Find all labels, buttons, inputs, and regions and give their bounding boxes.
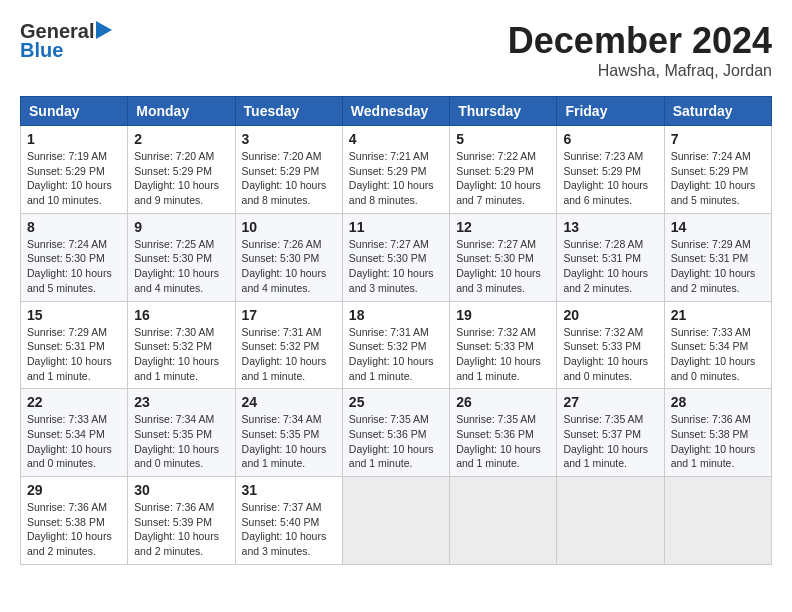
- calendar-week-3: 15Sunrise: 7:29 AM Sunset: 5:31 PM Dayli…: [21, 301, 772, 389]
- day-info: Sunrise: 7:32 AM Sunset: 5:33 PM Dayligh…: [456, 325, 550, 384]
- day-number: 24: [242, 394, 336, 410]
- day-info: Sunrise: 7:19 AM Sunset: 5:29 PM Dayligh…: [27, 149, 121, 208]
- day-number: 25: [349, 394, 443, 410]
- calendar-cell: 8Sunrise: 7:24 AM Sunset: 5:30 PM Daylig…: [21, 213, 128, 301]
- calendar-header-monday: Monday: [128, 97, 235, 126]
- day-number: 14: [671, 219, 765, 235]
- calendar-cell: 7Sunrise: 7:24 AM Sunset: 5:29 PM Daylig…: [664, 126, 771, 214]
- logo: General Blue: [20, 20, 112, 62]
- calendar-week-5: 29Sunrise: 7:36 AM Sunset: 5:38 PM Dayli…: [21, 477, 772, 565]
- calendar-cell: 2Sunrise: 7:20 AM Sunset: 5:29 PM Daylig…: [128, 126, 235, 214]
- calendar-cell: 28Sunrise: 7:36 AM Sunset: 5:38 PM Dayli…: [664, 389, 771, 477]
- calendar-cell: [342, 477, 449, 565]
- day-info: Sunrise: 7:27 AM Sunset: 5:30 PM Dayligh…: [456, 237, 550, 296]
- day-info: Sunrise: 7:35 AM Sunset: 5:36 PM Dayligh…: [456, 412, 550, 471]
- day-number: 1: [27, 131, 121, 147]
- day-number: 27: [563, 394, 657, 410]
- day-number: 7: [671, 131, 765, 147]
- day-number: 6: [563, 131, 657, 147]
- day-info: Sunrise: 7:34 AM Sunset: 5:35 PM Dayligh…: [242, 412, 336, 471]
- title-block: December 2024 Hawsha, Mafraq, Jordan: [508, 20, 772, 80]
- day-info: Sunrise: 7:24 AM Sunset: 5:29 PM Dayligh…: [671, 149, 765, 208]
- calendar-cell: 26Sunrise: 7:35 AM Sunset: 5:36 PM Dayli…: [450, 389, 557, 477]
- day-number: 30: [134, 482, 228, 498]
- page-header: General Blue December 2024 Hawsha, Mafra…: [20, 20, 772, 80]
- day-info: Sunrise: 7:24 AM Sunset: 5:30 PM Dayligh…: [27, 237, 121, 296]
- day-info: Sunrise: 7:36 AM Sunset: 5:39 PM Dayligh…: [134, 500, 228, 559]
- calendar-cell: 4Sunrise: 7:21 AM Sunset: 5:29 PM Daylig…: [342, 126, 449, 214]
- calendar-cell: 30Sunrise: 7:36 AM Sunset: 5:39 PM Dayli…: [128, 477, 235, 565]
- calendar-cell: 16Sunrise: 7:30 AM Sunset: 5:32 PM Dayli…: [128, 301, 235, 389]
- day-number: 28: [671, 394, 765, 410]
- day-info: Sunrise: 7:25 AM Sunset: 5:30 PM Dayligh…: [134, 237, 228, 296]
- day-number: 29: [27, 482, 121, 498]
- calendar-week-1: 1Sunrise: 7:19 AM Sunset: 5:29 PM Daylig…: [21, 126, 772, 214]
- calendar-cell: 18Sunrise: 7:31 AM Sunset: 5:32 PM Dayli…: [342, 301, 449, 389]
- day-info: Sunrise: 7:37 AM Sunset: 5:40 PM Dayligh…: [242, 500, 336, 559]
- day-info: Sunrise: 7:35 AM Sunset: 5:36 PM Dayligh…: [349, 412, 443, 471]
- calendar-cell: 22Sunrise: 7:33 AM Sunset: 5:34 PM Dayli…: [21, 389, 128, 477]
- day-number: 8: [27, 219, 121, 235]
- day-number: 31: [242, 482, 336, 498]
- day-info: Sunrise: 7:29 AM Sunset: 5:31 PM Dayligh…: [27, 325, 121, 384]
- day-number: 12: [456, 219, 550, 235]
- day-info: Sunrise: 7:34 AM Sunset: 5:35 PM Dayligh…: [134, 412, 228, 471]
- day-number: 5: [456, 131, 550, 147]
- day-info: Sunrise: 7:31 AM Sunset: 5:32 PM Dayligh…: [349, 325, 443, 384]
- day-info: Sunrise: 7:22 AM Sunset: 5:29 PM Dayligh…: [456, 149, 550, 208]
- day-info: Sunrise: 7:32 AM Sunset: 5:33 PM Dayligh…: [563, 325, 657, 384]
- day-number: 3: [242, 131, 336, 147]
- calendar-cell: 21Sunrise: 7:33 AM Sunset: 5:34 PM Dayli…: [664, 301, 771, 389]
- calendar-header-friday: Friday: [557, 97, 664, 126]
- day-number: 4: [349, 131, 443, 147]
- calendar-cell: 17Sunrise: 7:31 AM Sunset: 5:32 PM Dayli…: [235, 301, 342, 389]
- calendar-week-2: 8Sunrise: 7:24 AM Sunset: 5:30 PM Daylig…: [21, 213, 772, 301]
- calendar-cell: 1Sunrise: 7:19 AM Sunset: 5:29 PM Daylig…: [21, 126, 128, 214]
- calendar-cell: 25Sunrise: 7:35 AM Sunset: 5:36 PM Dayli…: [342, 389, 449, 477]
- day-info: Sunrise: 7:26 AM Sunset: 5:30 PM Dayligh…: [242, 237, 336, 296]
- day-info: Sunrise: 7:33 AM Sunset: 5:34 PM Dayligh…: [671, 325, 765, 384]
- calendar-cell: 14Sunrise: 7:29 AM Sunset: 5:31 PM Dayli…: [664, 213, 771, 301]
- day-info: Sunrise: 7:28 AM Sunset: 5:31 PM Dayligh…: [563, 237, 657, 296]
- calendar-cell: 12Sunrise: 7:27 AM Sunset: 5:30 PM Dayli…: [450, 213, 557, 301]
- logo-blue-text: Blue: [20, 39, 63, 62]
- day-info: Sunrise: 7:20 AM Sunset: 5:29 PM Dayligh…: [242, 149, 336, 208]
- day-info: Sunrise: 7:31 AM Sunset: 5:32 PM Dayligh…: [242, 325, 336, 384]
- day-number: 21: [671, 307, 765, 323]
- day-info: Sunrise: 7:35 AM Sunset: 5:37 PM Dayligh…: [563, 412, 657, 471]
- calendar-cell: 3Sunrise: 7:20 AM Sunset: 5:29 PM Daylig…: [235, 126, 342, 214]
- day-number: 2: [134, 131, 228, 147]
- day-info: Sunrise: 7:30 AM Sunset: 5:32 PM Dayligh…: [134, 325, 228, 384]
- calendar-header-sunday: Sunday: [21, 97, 128, 126]
- day-number: 13: [563, 219, 657, 235]
- location-text: Hawsha, Mafraq, Jordan: [508, 62, 772, 80]
- day-number: 11: [349, 219, 443, 235]
- day-info: Sunrise: 7:29 AM Sunset: 5:31 PM Dayligh…: [671, 237, 765, 296]
- day-info: Sunrise: 7:27 AM Sunset: 5:30 PM Dayligh…: [349, 237, 443, 296]
- calendar-cell: 6Sunrise: 7:23 AM Sunset: 5:29 PM Daylig…: [557, 126, 664, 214]
- day-number: 26: [456, 394, 550, 410]
- calendar-cell: [557, 477, 664, 565]
- calendar-cell: 5Sunrise: 7:22 AM Sunset: 5:29 PM Daylig…: [450, 126, 557, 214]
- calendar-cell: 31Sunrise: 7:37 AM Sunset: 5:40 PM Dayli…: [235, 477, 342, 565]
- day-info: Sunrise: 7:20 AM Sunset: 5:29 PM Dayligh…: [134, 149, 228, 208]
- day-number: 9: [134, 219, 228, 235]
- day-number: 15: [27, 307, 121, 323]
- calendar-cell: 23Sunrise: 7:34 AM Sunset: 5:35 PM Dayli…: [128, 389, 235, 477]
- day-number: 16: [134, 307, 228, 323]
- calendar-cell: 24Sunrise: 7:34 AM Sunset: 5:35 PM Dayli…: [235, 389, 342, 477]
- day-number: 18: [349, 307, 443, 323]
- calendar-cell: 27Sunrise: 7:35 AM Sunset: 5:37 PM Dayli…: [557, 389, 664, 477]
- day-number: 10: [242, 219, 336, 235]
- day-number: 17: [242, 307, 336, 323]
- calendar-cell: 10Sunrise: 7:26 AM Sunset: 5:30 PM Dayli…: [235, 213, 342, 301]
- calendar-cell: 20Sunrise: 7:32 AM Sunset: 5:33 PM Dayli…: [557, 301, 664, 389]
- day-number: 23: [134, 394, 228, 410]
- day-info: Sunrise: 7:23 AM Sunset: 5:29 PM Dayligh…: [563, 149, 657, 208]
- calendar-cell: 11Sunrise: 7:27 AM Sunset: 5:30 PM Dayli…: [342, 213, 449, 301]
- day-number: 19: [456, 307, 550, 323]
- calendar-header-thursday: Thursday: [450, 97, 557, 126]
- day-info: Sunrise: 7:36 AM Sunset: 5:38 PM Dayligh…: [671, 412, 765, 471]
- calendar-header-wednesday: Wednesday: [342, 97, 449, 126]
- calendar-cell: [664, 477, 771, 565]
